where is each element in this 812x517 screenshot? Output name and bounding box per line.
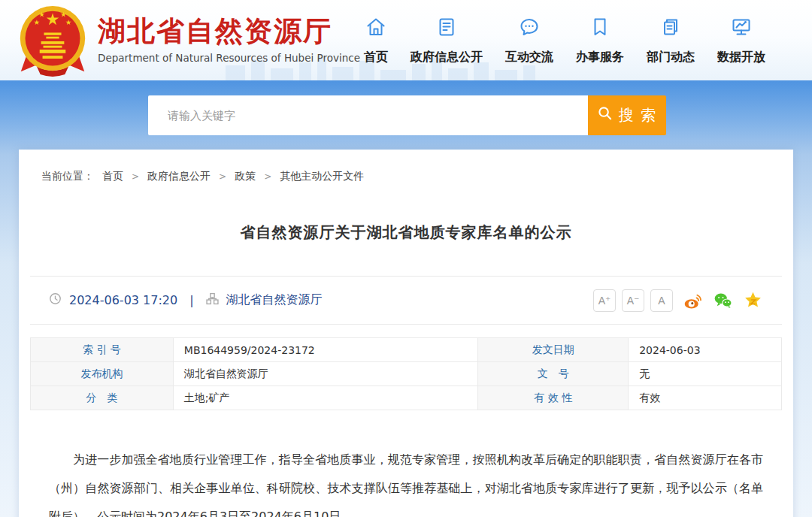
index-number-value: MB1644959/2024-23172 — [173, 338, 478, 362]
nav-item-department-news[interactable]: 部门动态 — [647, 16, 695, 65]
content-card: 当前位置： 首页 > 政府信息公开 > 政策 > 其他主动公开文件 省自然资源厅… — [19, 150, 793, 517]
pages-icon — [659, 16, 682, 41]
nav-item-services[interactable]: 办事服务 — [576, 16, 624, 65]
table-row: 发布机构 湖北省自然资源厅 文 号 无 — [31, 362, 782, 386]
breadcrumb-item-gov-info[interactable]: 政府信息公开 — [147, 170, 211, 183]
article-source[interactable]: 湖北省自然资源厅 — [226, 292, 323, 308]
font-decrease-button[interactable]: A⁻ — [622, 289, 644, 312]
category-value: 土地;矿产 — [173, 386, 478, 410]
breadcrumb-prefix: 当前位置： — [41, 170, 94, 183]
breadcrumb-item-other-docs[interactable]: 其他主动公开文件 — [280, 170, 364, 183]
nav-item-home[interactable]: 首页 — [364, 16, 388, 65]
site-title: 湖北省自然资源厅 — [98, 17, 360, 47]
breadcrumb-separator: > — [264, 171, 271, 182]
chat-icon — [518, 16, 541, 41]
home-icon — [365, 16, 387, 41]
font-reset-button[interactable]: A — [650, 289, 673, 312]
site-brand: 湖北省自然资源厅 Department of Natural Resources… — [98, 17, 360, 64]
nav-label: 数据开放 — [717, 50, 765, 65]
index-number-label: 索 引 号 — [31, 338, 174, 362]
issue-date-value: 2024-06-03 — [629, 338, 782, 362]
breadcrumb-separator: > — [132, 171, 139, 182]
monitor-chart-icon — [730, 16, 753, 41]
clock-icon — [49, 292, 62, 308]
article-meta-row: 2024-06-03 17:20 | 湖北省自然资源厅 A⁺ A⁻ A — [30, 276, 782, 325]
source-sitemap-icon — [206, 292, 219, 308]
table-row: 分 类 土地;矿产 有 效 性 有效 — [31, 386, 782, 410]
nav-label: 首页 — [364, 50, 388, 65]
weibo-share-icon[interactable] — [683, 290, 703, 310]
category-label: 分 类 — [31, 386, 174, 410]
nav-label: 互动交流 — [505, 50, 553, 65]
site-subtitle: Department of Natural Resources of Hubei… — [98, 52, 360, 64]
nav-label: 政府信息公开 — [411, 50, 483, 65]
nav-label: 部门动态 — [647, 50, 695, 65]
search-input[interactable] — [148, 95, 588, 135]
meta-separator: | — [189, 293, 193, 307]
document-info-table: 索 引 号 MB1644959/2024-23172 发文日期 2024-06-… — [30, 337, 782, 410]
article-body: 为进一步加强全省地质行业管理工作，指导全省地质事业，规范专家管理，按照机构改革后… — [49, 446, 763, 517]
breadcrumb: 当前位置： 首页 > 政府信息公开 > 政策 > 其他主动公开文件 — [19, 150, 793, 183]
issue-date-label: 发文日期 — [478, 338, 629, 362]
doc-number-label: 文 号 — [478, 362, 629, 386]
wechat-share-icon[interactable] — [713, 290, 733, 310]
breadcrumb-separator: > — [219, 171, 226, 182]
article-meta: 2024-06-03 17:20 | 湖北省自然资源厅 — [49, 292, 323, 308]
search-button-label: 搜 索 — [619, 105, 658, 125]
search-button[interactable]: 搜 索 — [588, 95, 666, 135]
breadcrumb-item-policy[interactable]: 政策 — [235, 170, 256, 183]
doc-number-value: 无 — [629, 362, 782, 386]
nav-item-open-data[interactable]: 数据开放 — [717, 16, 765, 65]
breadcrumb-item-home[interactable]: 首页 — [102, 170, 123, 183]
nav-label: 办事服务 — [576, 50, 624, 65]
page-background: 搜 索 当前位置： 首页 > 政府信息公开 > 政策 > 其他主动公开文件 省自… — [0, 80, 812, 517]
font-increase-button[interactable]: A⁺ — [593, 289, 616, 312]
article-title: 省自然资源厅关于湖北省地质专家库名单的公示 — [19, 222, 793, 243]
search-bar: 搜 索 — [0, 80, 812, 150]
table-row: 索 引 号 MB1644959/2024-23172 发文日期 2024-06-… — [31, 338, 782, 362]
article-tools: A⁺ A⁻ A — [593, 289, 763, 312]
publish-time: 2024-06-03 17:20 — [69, 293, 177, 307]
validity-value: 有效 — [629, 386, 782, 410]
issuing-agency-label: 发布机构 — [31, 362, 174, 386]
qzone-star-share-icon[interactable] — [743, 290, 763, 310]
search-icon — [597, 105, 613, 125]
main-nav: 首页 政府信息公开 互动交流 — [364, 16, 765, 65]
bookmark-icon — [589, 16, 611, 41]
national-emblem-logo — [17, 4, 89, 77]
nav-item-interaction[interactable]: 互动交流 — [505, 16, 553, 65]
document-icon — [435, 16, 458, 41]
site-header: 湖北省自然资源厅 Department of Natural Resources… — [0, 0, 812, 80]
issuing-agency-value: 湖北省自然资源厅 — [173, 362, 478, 386]
validity-label: 有 效 性 — [478, 386, 629, 410]
nav-item-gov-info[interactable]: 政府信息公开 — [411, 16, 483, 65]
